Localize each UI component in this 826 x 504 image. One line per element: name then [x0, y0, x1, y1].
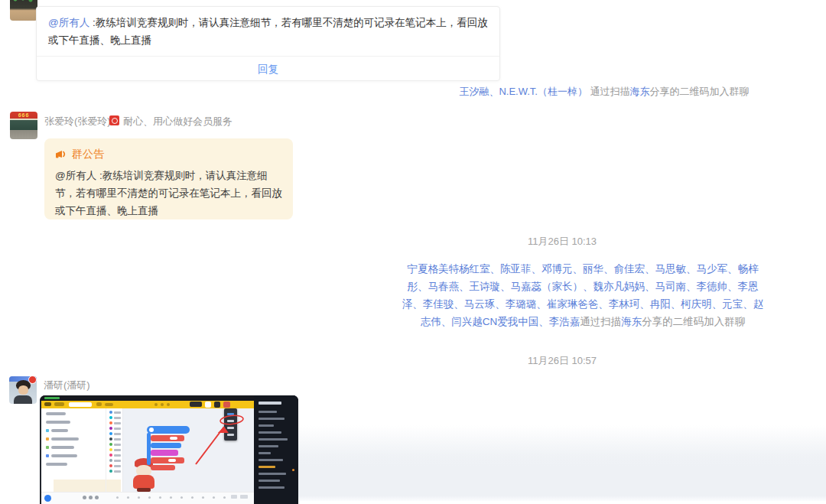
system-message-join-2: 宁夏格美特杨红室、陈亚菲、邓博元、丽华、俞佳宏、马思敏、马少军、畅梓彤、马春燕、…	[400, 260, 766, 330]
category-label	[114, 470, 121, 473]
canvas-toolbar-dot	[180, 496, 183, 499]
category-dot	[109, 432, 112, 435]
panel-row	[259, 459, 283, 461]
sender-avatar-top[interactable]	[10, 0, 37, 21]
toolbar-chip	[54, 402, 64, 406]
joined-member-names[interactable]: 王汐融、N.E.W.T.（桂一棹）	[459, 86, 587, 97]
mention-all-link[interactable]: @所有人	[48, 17, 89, 28]
action-block	[151, 465, 175, 470]
avatar-storefront-text: 666	[10, 112, 37, 119]
sender-avatar-zhang[interactable]: 666	[10, 112, 37, 139]
panel-row	[259, 424, 274, 427]
canvas-toolbar-dot	[127, 496, 129, 499]
category-dot	[109, 448, 112, 451]
divider	[106, 408, 106, 492]
menu-row	[51, 429, 68, 432]
timestamp: 11月26日 10:13	[333, 235, 792, 249]
value-chip	[168, 459, 176, 462]
background-shade	[298, 425, 826, 501]
shared-screenshot-image[interactable]	[40, 395, 298, 504]
sound-block	[151, 450, 178, 456]
menu-row	[46, 463, 67, 466]
announcement-header: 群公告	[44, 138, 293, 161]
announcement-bubble: 群公告 @所有人 :教练培训竞赛规则时，请认真注意细节，若有哪里不清楚的可记录在…	[44, 138, 293, 219]
action-block	[151, 435, 184, 441]
menu-row	[51, 437, 79, 441]
menu-item	[227, 420, 234, 422]
join-tail-text: 分享的二维码加入群聊	[650, 86, 750, 97]
badge-seal-icon	[112, 118, 118, 124]
category-label	[114, 444, 121, 446]
panel-row	[259, 452, 271, 454]
canvas-toolbar-dot	[223, 496, 226, 499]
loop-block	[151, 443, 181, 448]
sharer-name-link[interactable]: 海东	[630, 86, 650, 97]
sender-avatar-pan[interactable]	[9, 376, 37, 404]
play-icon	[149, 428, 154, 432]
category-label	[114, 433, 121, 435]
panel-row	[259, 438, 288, 441]
megaphone-icon	[55, 149, 67, 160]
toolbar-chip	[96, 402, 102, 406]
announcement-card-text: @所有人 :教练培训竞赛规则时，请认真注意细节，若有哪里不清楚的可记录在笔记本上…	[37, 7, 499, 56]
menu-item	[227, 413, 234, 415]
window-title-text	[44, 397, 60, 399]
toolbar-chip	[205, 402, 211, 408]
announcement-card-body: :教练培训竞赛规则时，请认真注意细节，若有哪里不清楚的可记录在笔记本上，看回放或…	[48, 17, 488, 46]
reply-bar: 回复	[37, 56, 499, 80]
announcement-body: @所有人 :教练培训竞赛规则时，请认真注意细节，若有哪里不清楚的可记录在笔记本上…	[44, 161, 293, 219]
panel-row	[259, 418, 285, 420]
zoom-chip	[231, 495, 237, 499]
playback-control-icon	[89, 496, 93, 499]
canvas-toolbar-dot	[116, 496, 119, 499]
toolbar-chip	[214, 402, 220, 408]
canvas-toolbar-dot	[213, 496, 215, 499]
category-dot	[109, 421, 112, 424]
sender-name-zhang: 张爱玲(张爱玲)	[44, 115, 111, 128]
member-tag-text: 耐心、用心做好会员服务	[123, 115, 233, 128]
panel-row	[259, 445, 278, 447]
category-dot	[109, 416, 112, 419]
playback-control-icon	[95, 496, 99, 499]
menu-row	[46, 421, 70, 424]
avatar-photo-face	[18, 385, 28, 395]
panel-header	[259, 402, 281, 405]
avatar-photo-torso	[14, 395, 32, 404]
code-block-stack	[147, 426, 200, 472]
category-label	[114, 460, 121, 462]
category-label	[114, 417, 121, 419]
category-dot	[109, 411, 112, 414]
panel-row	[259, 486, 285, 489]
canvas-toolbar-dot	[148, 496, 151, 499]
sharer-name-link[interactable]: 海东	[621, 316, 642, 327]
menu-icon	[46, 446, 49, 449]
zoom-chip	[240, 495, 248, 499]
reply-button[interactable]: 回复	[258, 63, 278, 75]
member-badge-icon	[109, 115, 119, 125]
panel-row	[259, 431, 281, 434]
run-button-icon	[44, 495, 51, 502]
toolbar-chip	[44, 402, 51, 406]
category-dot	[109, 454, 112, 457]
toolbar-chip	[105, 403, 113, 406]
menu-item	[227, 434, 234, 436]
category-label	[114, 428, 121, 430]
action-block	[151, 457, 184, 463]
category-label	[114, 422, 121, 424]
avatar-logo-dot	[28, 376, 37, 384]
toolbar-chip	[161, 403, 164, 406]
toolbar-chip	[167, 403, 170, 406]
category-dot	[109, 470, 112, 473]
menu-item	[227, 427, 234, 429]
toolbar-chip	[69, 402, 92, 407]
join-tail-text: 分享的二维码加入群聊	[642, 316, 745, 327]
toolbar-chip	[190, 402, 202, 407]
category-dot	[109, 464, 112, 467]
category-dot	[109, 443, 112, 446]
category-label	[114, 454, 121, 457]
stage-area	[54, 480, 121, 492]
menu-row	[51, 454, 77, 457]
menu-row	[46, 412, 66, 415]
panel-row	[259, 411, 277, 413]
timestamp: 11月26日 10:57	[333, 354, 792, 368]
